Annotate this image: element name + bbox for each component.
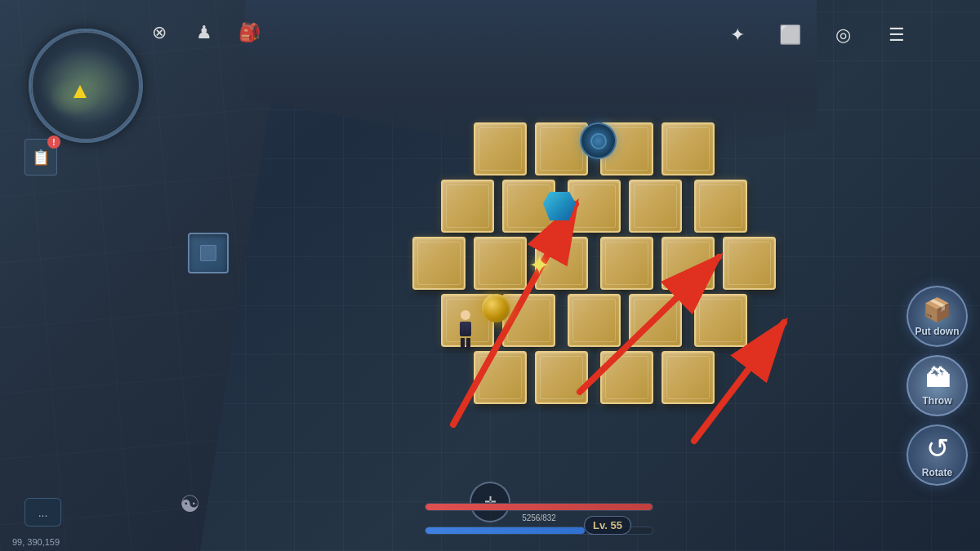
puzzle-star: ✦ <box>523 249 555 282</box>
mp-bar <box>425 527 585 534</box>
puzzle-activation-circle[interactable] <box>580 122 617 159</box>
blue-creature[interactable] <box>543 192 576 220</box>
map-icon[interactable]: ⬜ <box>772 16 808 53</box>
hud-top-icons: ⊗ ♟ 🎒 <box>143 16 265 49</box>
inventory-icon[interactable]: 🎒 <box>233 16 265 49</box>
put-down-button[interactable]: 📦 Put down <box>906 286 968 347</box>
player-leg-left <box>461 338 465 349</box>
throw-label: Throw <box>923 395 952 407</box>
circle-inner <box>590 133 607 149</box>
player-body <box>453 310 478 351</box>
puzzle-area <box>327 98 882 506</box>
hp-bar-container <box>425 503 653 511</box>
minimap-container[interactable] <box>12 12 131 131</box>
blue-creature-body <box>543 192 576 220</box>
quest-icon[interactable]: 📋 ! <box>24 139 57 176</box>
throw-button[interactable]: 🏔 Throw <box>906 355 968 416</box>
player-head <box>461 310 470 320</box>
hud-bottom: ✛ 5256/832 Lv. 55 <box>0 486 980 551</box>
menu-icon[interactable]: ☰ <box>878 16 915 53</box>
action-buttons: 📦 Put down 🏔 Throw ↺ Rotate <box>906 286 968 486</box>
put-down-label: Put down <box>915 326 960 337</box>
player-character <box>453 310 478 351</box>
svg-line-5 <box>694 322 784 441</box>
hp-bar <box>425 504 653 510</box>
minimap-border <box>31 31 140 140</box>
compass-icon[interactable]: ⊗ <box>143 16 176 49</box>
player-legs <box>461 338 470 349</box>
navigation-icon[interactable]: ◎ <box>825 16 862 53</box>
throw-icon: 🏔 <box>925 365 950 393</box>
character-icon[interactable]: ♟ <box>188 16 220 49</box>
pressure-plate[interactable] <box>188 233 229 273</box>
coordinates: 99, 390,159 <box>12 537 60 547</box>
put-down-icon: 📦 <box>923 296 951 323</box>
rotate-button[interactable]: ↺ Rotate <box>906 424 968 486</box>
arrows-overlay <box>327 98 882 506</box>
minimap[interactable] <box>29 29 143 143</box>
player-leg-right <box>466 338 470 349</box>
minimap-inner <box>31 31 140 140</box>
party-icon[interactable]: ✦ <box>719 16 755 53</box>
svg-line-4 <box>580 257 719 392</box>
player-torso <box>460 322 471 336</box>
golden-orb[interactable] <box>482 294 510 322</box>
rotate-icon: ↺ <box>926 432 949 464</box>
quest-badge: ! <box>47 136 60 149</box>
rotate-label: Rotate <box>922 467 952 478</box>
pressure-plate-inner <box>200 245 216 261</box>
level-badge: Lv. 55 <box>584 516 631 535</box>
hud-top-right: ✦ ⬜ ◎ ☰ <box>719 16 915 53</box>
game-world: ✦ <box>0 0 980 551</box>
